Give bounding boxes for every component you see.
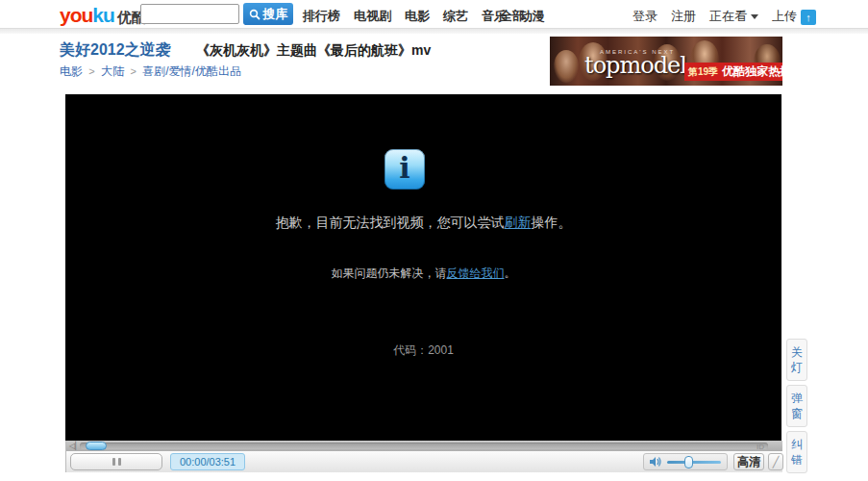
info-icon: i bbox=[384, 149, 425, 190]
seek-end-marker: ID bbox=[756, 443, 764, 451]
seek-bar[interactable]: ID bbox=[80, 443, 768, 449]
report-error-button[interactable]: 纠错 bbox=[786, 431, 807, 473]
error-text: 如果问题仍未解决，请 bbox=[332, 266, 447, 280]
volume-control bbox=[643, 453, 728, 470]
page: youku优酷 搜库 排行榜 电视剧 电影 综艺 音乐 动漫 全部 登录 注册 … bbox=[0, 0, 868, 481]
refresh-link[interactable]: 刷新 bbox=[505, 215, 532, 230]
error-code: 代码：2001 bbox=[65, 342, 781, 359]
breadcrumb-separator: > bbox=[130, 65, 136, 77]
ad-brand-text: topmodel bbox=[584, 52, 686, 79]
ad-face bbox=[554, 50, 579, 83]
nav-rank[interactable]: 排行榜 bbox=[303, 8, 340, 25]
adjust-button[interactable]: ╱ bbox=[768, 453, 783, 470]
nav-variety[interactable]: 综艺 bbox=[443, 8, 468, 25]
skip-back-icon[interactable]: ◁▏ bbox=[69, 442, 79, 450]
page-title: 美好2012之逆袭 bbox=[60, 41, 171, 58]
ad-season: 第19季 bbox=[688, 65, 718, 79]
volume-icon[interactable] bbox=[649, 456, 662, 468]
logo-you: you bbox=[60, 4, 92, 26]
chevron-down-icon bbox=[751, 14, 758, 19]
video-subtitle: 《灰机灰机》主题曲《最后的航班》mv bbox=[196, 42, 431, 58]
nav-all[interactable]: 全部 bbox=[500, 8, 525, 25]
search-icon bbox=[249, 9, 260, 20]
error-text: 操作。 bbox=[532, 215, 572, 230]
nav-tv[interactable]: 电视剧 bbox=[354, 8, 391, 25]
watching-menu[interactable]: 正在看 bbox=[709, 8, 758, 25]
nav-movie[interactable]: 电影 bbox=[405, 8, 430, 25]
title-row: 美好2012之逆袭 《灰机灰机》主题曲《最后的航班》mv bbox=[60, 40, 431, 61]
video-player: i 抱歉，目前无法找到视频，您可以尝试刷新操作。 如果问题仍未解决，请反馈给我们… bbox=[65, 94, 781, 441]
search-button[interactable]: 搜库 bbox=[243, 3, 293, 25]
control-button-row: 00:00/03:51 高清 ╱ bbox=[66, 451, 782, 472]
error-feedback-line: 如果问题仍未解决，请反馈给我们。 bbox=[65, 266, 781, 282]
breadcrumb-separator: > bbox=[88, 65, 94, 77]
player-controls: ◁▏ ID 00:00/03:51 bbox=[65, 441, 781, 472]
adjust-icon: ╱ bbox=[773, 456, 780, 468]
youku-logo[interactable]: youku优酷 bbox=[60, 4, 146, 27]
pause-icon bbox=[118, 458, 121, 466]
breadcrumb: 电影 > 大陆 > 喜剧/爱情/优酷出品 bbox=[60, 63, 241, 80]
header-divider bbox=[0, 28, 868, 34]
login-link[interactable]: 登录 bbox=[632, 8, 657, 25]
info-icon-glyph: i bbox=[399, 154, 409, 183]
error-message: 抱歉，目前无法找到视频，您可以尝试刷新操作。 bbox=[65, 215, 781, 232]
watching-label: 正在看 bbox=[709, 9, 747, 23]
search-button-label: 搜库 bbox=[263, 6, 288, 23]
logo-ku: ku bbox=[92, 4, 114, 26]
ad-banner[interactable]: AMERICA'S NEXT topmodel 第19季 优酷独家热播 bbox=[550, 37, 782, 86]
seek-strip: ◁▏ ID bbox=[66, 441, 782, 451]
popup-player-button[interactable]: 弹窗 bbox=[786, 385, 807, 427]
time-display: 00:00/03:51 bbox=[170, 453, 245, 470]
breadcrumb-mainland[interactable]: 大陆 bbox=[101, 64, 124, 78]
upload-label: 上传 bbox=[772, 9, 797, 23]
upload-icon: ↑ bbox=[801, 10, 816, 25]
ad-promo-band: 第19季 优酷独家热播 bbox=[684, 63, 782, 81]
error-text: 。 bbox=[505, 266, 516, 280]
pause-button[interactable] bbox=[70, 453, 162, 470]
header-bar: youku优酷 搜库 排行榜 电视剧 电影 综艺 音乐 动漫 全部 登录 注册 … bbox=[0, 0, 868, 28]
seek-thumb[interactable] bbox=[86, 442, 107, 450]
ad-promo: 优酷独家热播 bbox=[722, 63, 782, 80]
error-text: 抱歉，目前无法找到视频，您可以尝试 bbox=[276, 215, 505, 230]
upload-link[interactable]: 上传↑ bbox=[772, 8, 816, 25]
volume-knob[interactable] bbox=[684, 456, 693, 468]
hd-label: 高清 bbox=[737, 454, 760, 470]
hd-button[interactable]: 高清 bbox=[733, 453, 764, 470]
lights-off-button[interactable]: 关灯 bbox=[786, 339, 807, 381]
volume-slider[interactable] bbox=[667, 461, 721, 464]
feedback-link[interactable]: 反馈给我们 bbox=[447, 266, 505, 280]
register-link[interactable]: 注册 bbox=[671, 8, 696, 25]
breadcrumb-movie[interactable]: 电影 bbox=[60, 64, 83, 78]
pause-icon bbox=[112, 458, 115, 466]
search-input[interactable] bbox=[140, 4, 239, 24]
breadcrumb-genre[interactable]: 喜剧/爱情/优酷出品 bbox=[142, 64, 241, 78]
user-area: 登录 注册 正在看 上传↑ bbox=[632, 8, 830, 25]
